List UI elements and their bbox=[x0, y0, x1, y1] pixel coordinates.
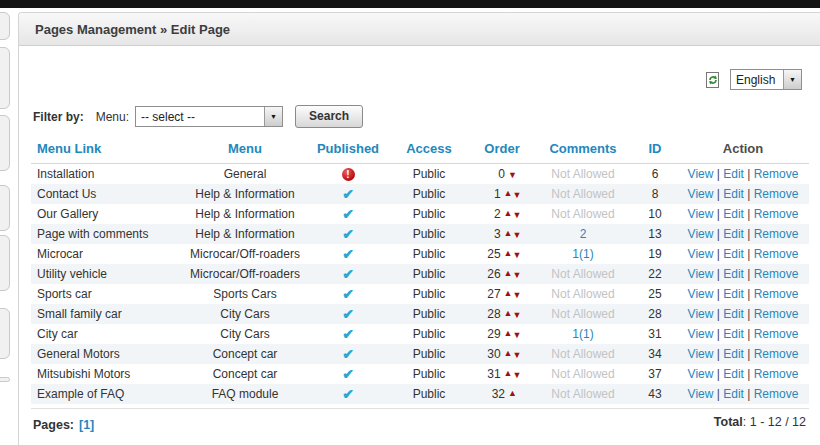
order-down-arrow[interactable]: ▼ bbox=[513, 310, 522, 320]
order-down-arrow[interactable]: ▼ bbox=[513, 190, 522, 200]
view-link[interactable]: View bbox=[688, 307, 714, 321]
order-up-arrow[interactable]: ▲ bbox=[504, 268, 513, 278]
edit-link[interactable]: Edit bbox=[723, 227, 744, 241]
remove-link[interactable]: Remove bbox=[754, 287, 799, 301]
order-up-arrow[interactable]: ▲ bbox=[504, 288, 513, 298]
view-link[interactable]: View bbox=[688, 387, 714, 401]
sidebar-box[interactable] bbox=[0, 185, 10, 231]
sidebar-box[interactable] bbox=[0, 12, 10, 40]
published-cell[interactable]: ✔ bbox=[309, 244, 387, 264]
remove-link[interactable]: Remove bbox=[754, 247, 799, 261]
sidebar-box[interactable] bbox=[0, 115, 10, 171]
order-up-arrow[interactable]: ▲ bbox=[504, 208, 513, 218]
edit-link[interactable]: Edit bbox=[723, 287, 744, 301]
sidebar-box[interactable] bbox=[0, 308, 10, 359]
order-up-arrow[interactable]: ▲ bbox=[504, 188, 513, 198]
order-up-arrow[interactable]: ▲ bbox=[508, 388, 517, 398]
order-down-arrow[interactable]: ▼ bbox=[513, 250, 522, 260]
order-down-arrow[interactable]: ▼ bbox=[513, 350, 522, 360]
published-cell[interactable]: ✔ bbox=[309, 184, 387, 204]
view-link[interactable]: View bbox=[688, 247, 714, 261]
published-check-icon[interactable]: ✔ bbox=[342, 366, 354, 382]
edit-link[interactable]: Edit bbox=[723, 347, 744, 361]
comments-cell[interactable]: 1(1) bbox=[533, 324, 633, 344]
unpublished-icon[interactable]: ! bbox=[342, 168, 355, 181]
published-check-icon[interactable]: ✔ bbox=[342, 206, 354, 222]
view-link[interactable]: View bbox=[688, 347, 714, 361]
edit-link[interactable]: Edit bbox=[723, 207, 744, 221]
edit-link[interactable]: Edit bbox=[723, 327, 744, 341]
order-up-arrow[interactable]: ▲ bbox=[504, 368, 513, 378]
order-down-arrow[interactable]: ▼ bbox=[513, 230, 522, 240]
view-link[interactable]: View bbox=[688, 267, 714, 281]
remove-link[interactable]: Remove bbox=[754, 307, 799, 321]
view-link[interactable]: View bbox=[688, 207, 714, 221]
order-up-arrow[interactable]: ▲ bbox=[504, 248, 513, 258]
chevron-down-icon[interactable]: ▼ bbox=[264, 107, 282, 126]
remove-link[interactable]: Remove bbox=[754, 227, 799, 241]
published-check-icon[interactable]: ✔ bbox=[342, 386, 354, 402]
refresh-icon[interactable] bbox=[705, 72, 721, 88]
published-cell[interactable]: ✔ bbox=[309, 364, 387, 384]
published-cell[interactable]: ✔ bbox=[309, 264, 387, 284]
view-link[interactable]: View bbox=[688, 287, 714, 301]
remove-link[interactable]: Remove bbox=[754, 267, 799, 281]
menu-filter-select[interactable]: -- select -- ▼ bbox=[135, 106, 283, 127]
published-check-icon[interactable]: ✔ bbox=[342, 306, 354, 322]
remove-link[interactable]: Remove bbox=[754, 347, 799, 361]
remove-link[interactable]: Remove bbox=[754, 387, 799, 401]
published-cell[interactable]: ✔ bbox=[309, 304, 387, 324]
order-up-arrow[interactable]: ▲ bbox=[504, 228, 513, 238]
page-number-link[interactable]: [1] bbox=[79, 418, 94, 432]
search-button[interactable]: Search bbox=[295, 105, 363, 128]
order-down-arrow[interactable]: ▼ bbox=[513, 210, 522, 220]
comments-count-link[interactable]: 1(1) bbox=[572, 247, 593, 261]
view-link[interactable]: View bbox=[688, 327, 714, 341]
edit-link[interactable]: Edit bbox=[723, 367, 744, 381]
published-cell[interactable]: ✔ bbox=[309, 224, 387, 244]
sidebar-box[interactable] bbox=[0, 235, 10, 291]
order-down-arrow[interactable]: ▼ bbox=[513, 290, 522, 300]
published-cell[interactable]: ✔ bbox=[309, 384, 387, 404]
edit-link[interactable]: Edit bbox=[723, 247, 744, 261]
comments-cell[interactable]: 1(1) bbox=[533, 244, 633, 264]
order-up-arrow[interactable]: ▲ bbox=[504, 328, 513, 338]
edit-link[interactable]: Edit bbox=[723, 167, 744, 181]
published-check-icon[interactable]: ✔ bbox=[342, 226, 354, 242]
published-check-icon[interactable]: ✔ bbox=[342, 246, 354, 262]
view-link[interactable]: View bbox=[688, 227, 714, 241]
published-check-icon[interactable]: ✔ bbox=[342, 346, 354, 362]
published-cell[interactable]: ✔ bbox=[309, 284, 387, 304]
published-check-icon[interactable]: ✔ bbox=[342, 326, 354, 342]
language-select[interactable]: English ▼ bbox=[730, 69, 802, 90]
published-check-icon[interactable]: ✔ bbox=[342, 286, 354, 302]
view-link[interactable]: View bbox=[688, 367, 714, 381]
order-up-arrow[interactable]: ▲ bbox=[504, 348, 513, 358]
published-cell[interactable]: ✔ bbox=[309, 344, 387, 364]
order-down-arrow[interactable]: ▼ bbox=[513, 330, 522, 340]
comments-count-link[interactable]: 1(1) bbox=[572, 327, 593, 341]
remove-link[interactable]: Remove bbox=[754, 207, 799, 221]
view-link[interactable]: View bbox=[688, 187, 714, 201]
edit-link[interactable]: Edit bbox=[723, 307, 744, 321]
order-down-arrow[interactable]: ▼ bbox=[513, 270, 522, 280]
published-cell[interactable]: ✔ bbox=[309, 324, 387, 344]
published-cell[interactable]: ! bbox=[309, 164, 387, 185]
sidebar-box[interactable] bbox=[0, 47, 10, 109]
edit-link[interactable]: Edit bbox=[723, 387, 744, 401]
view-link[interactable]: View bbox=[688, 167, 714, 181]
comments-count-link[interactable]: 2 bbox=[580, 227, 587, 241]
order-down-arrow[interactable]: ▼ bbox=[508, 170, 517, 180]
remove-link[interactable]: Remove bbox=[754, 327, 799, 341]
remove-link[interactable]: Remove bbox=[754, 367, 799, 381]
order-up-arrow[interactable]: ▲ bbox=[504, 308, 513, 318]
remove-link[interactable]: Remove bbox=[754, 187, 799, 201]
edit-link[interactable]: Edit bbox=[723, 267, 744, 281]
chevron-down-icon[interactable]: ▼ bbox=[783, 70, 801, 89]
published-check-icon[interactable]: ✔ bbox=[342, 186, 354, 202]
published-check-icon[interactable]: ✔ bbox=[342, 266, 354, 282]
remove-link[interactable]: Remove bbox=[754, 167, 799, 181]
order-down-arrow[interactable]: ▼ bbox=[513, 370, 522, 380]
published-cell[interactable]: ✔ bbox=[309, 204, 387, 224]
comments-cell[interactable]: 2 bbox=[533, 224, 633, 244]
